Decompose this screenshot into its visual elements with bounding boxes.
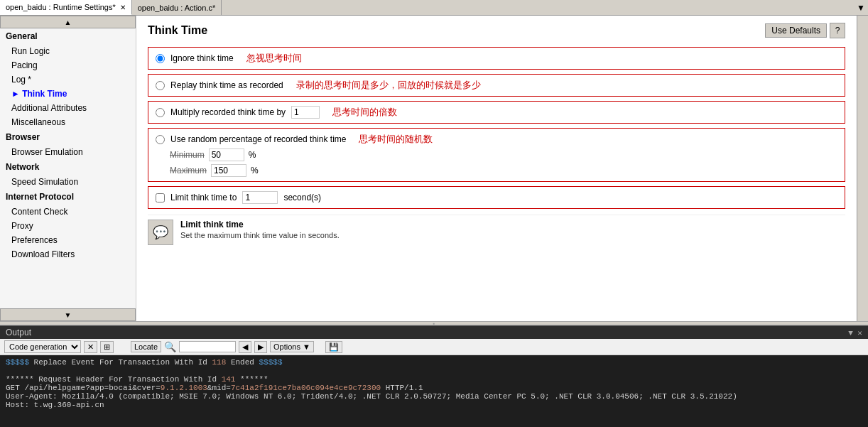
sidebar: ▲ General Run Logic Pacing Log * ► Think… (0, 16, 136, 321)
sidebar-item-speed-simulation[interactable]: Speed Simulation (0, 175, 136, 189)
search-icon: 🔍 (164, 341, 176, 353)
sidebar-item-think-time[interactable]: ► Think Time (0, 87, 136, 101)
tab-label-action: open_baidu : Action.c* (138, 4, 215, 12)
chinese-ignore: 忽视思考时间 (246, 52, 302, 65)
option-box-random: Use random percentage of recorded think … (148, 128, 845, 182)
help-button[interactable]: ? (830, 23, 845, 38)
option-row-replay: Replay think time as recorded 录制的思考时间是多少… (156, 79, 837, 92)
label-replay[interactable]: Replay think time as recorded (170, 80, 283, 90)
random-min-row: Minimum % (156, 148, 837, 161)
sidebar-section-browser[interactable]: Browser (0, 129, 136, 145)
sidebar-item-log[interactable]: Log * (0, 72, 136, 87)
radio-random[interactable] (156, 135, 165, 144)
use-defaults-button[interactable]: Use Defaults (765, 23, 827, 38)
multiply-input[interactable] (291, 106, 320, 119)
code-generation-dropdown[interactable]: Code generation (4, 340, 81, 353)
max-label: Maximum (170, 166, 207, 175)
random-max-row: Maximum % (156, 164, 837, 177)
limit-label[interactable]: Limit think time to (170, 193, 237, 202)
right-scrollbar[interactable] (857, 16, 868, 321)
header-buttons: Use Defaults ? (765, 23, 845, 38)
option-row-multiply: Multiply recorded think time by 思考时间的倍数 (156, 106, 837, 119)
max-unit: % (251, 166, 259, 175)
sidebar-item-browser-emulation[interactable]: Browser Emulation (0, 145, 136, 159)
search-input[interactable] (179, 341, 236, 352)
sidebar-scroll-down[interactable]: ▼ (0, 308, 136, 321)
chinese-replay: 录制的思考时间是多少，回放的时候就是多少 (296, 79, 481, 92)
option-box-limit: Limit think time to second(s) (148, 186, 845, 209)
sidebar-item-download-filters[interactable]: Download Filters (0, 247, 136, 261)
limit-checkbox[interactable] (156, 193, 165, 202)
radio-replay[interactable] (156, 81, 165, 90)
radio-ignore[interactable] (156, 54, 165, 63)
output-title: Output (6, 328, 31, 337)
toolbar-x-btn[interactable]: ✕ (84, 341, 97, 353)
chinese-multiply: 思考时间的倍数 (332, 106, 397, 119)
min-unit: % (249, 150, 256, 160)
locate-button[interactable]: Locate (131, 341, 161, 352)
option-row-ignore: Ignore think time 忽视思考时间 (156, 52, 837, 65)
output-toolbar: Code generation ✕ ⊞ Locate 🔍 ◀ ▶ Options… (0, 339, 868, 355)
page-title: Think Time (148, 24, 207, 37)
sidebar-item-proxy[interactable]: Proxy (0, 219, 136, 233)
hint-description: Set the maximum think time value in seco… (180, 231, 340, 239)
output-header: Output ▼ ✕ (0, 325, 868, 339)
sidebar-item-run-logic[interactable]: Run Logic (0, 44, 136, 58)
minimum-input[interactable] (209, 148, 244, 161)
output-line-3: ****** Request Header For Transaction Wi… (6, 375, 862, 384)
output-content: $$$$$ Replace Event For Transaction With… (0, 355, 868, 427)
toolbar-back-btn[interactable]: ◀ (239, 341, 251, 353)
toolbar-save-btn[interactable]: 💾 (325, 341, 342, 353)
chinese-random: 思考时间的随机数 (359, 133, 433, 146)
output-controls: ▼ ✕ (848, 328, 862, 337)
output-line-2 (6, 367, 862, 375)
limit-input[interactable] (242, 191, 278, 204)
maximum-input[interactable] (211, 164, 246, 177)
label-multiply[interactable]: Multiply recorded think time by (170, 107, 286, 117)
sidebar-item-preferences[interactable]: Preferences (0, 233, 136, 247)
limit-unit: second(s) (283, 193, 321, 202)
tab-label-runtime: open_baidu : Runtime Settings* (6, 3, 116, 11)
options-button[interactable]: Options ▼ (270, 341, 314, 352)
sidebar-scroll-up[interactable]: ▲ (0, 16, 136, 28)
tab-bar: open_baidu : Runtime Settings* ✕ open_ba… (0, 0, 868, 16)
sidebar-item-additional-attributes[interactable]: Additional Attributes (0, 101, 136, 115)
sidebar-item-content-check[interactable]: Content Check (0, 205, 136, 219)
sidebar-section-general[interactable]: General (0, 28, 136, 44)
label-ignore[interactable]: Ignore think time (170, 53, 234, 63)
tab-scroll-btn[interactable]: ▼ (854, 0, 868, 15)
option-box-ignore: Ignore think time 忽视思考时间 (148, 47, 845, 70)
label-random[interactable]: Use random percentage of recorded think … (170, 134, 346, 144)
sidebar-item-pacing[interactable]: Pacing (0, 58, 136, 72)
output-line-1: $$$$$ Replace Event For Transaction With… (6, 358, 862, 367)
sidebar-item-miscellaneous[interactable]: Miscellaneous (0, 115, 136, 129)
output-panel: Output ▼ ✕ Code generation ✕ ⊞ Locate 🔍 … (0, 325, 868, 427)
option-row-limit: Limit think time to second(s) (156, 191, 837, 204)
output-line-6: Host: t.wg.360-api.cn (6, 401, 862, 409)
toolbar-grid-btn[interactable]: ⊞ (100, 341, 114, 353)
hint-icon: 💬 (148, 220, 173, 245)
tab-action[interactable]: open_baidu : Action.c* (132, 0, 222, 15)
option-row-random: Use random percentage of recorded think … (156, 133, 837, 146)
output-line-4: GET /api/helpgame?app=bocai&cver=9.1.2.1… (6, 384, 862, 392)
hint-text: Limit think time Set the maximum think t… (180, 220, 340, 239)
sidebar-section-internet-protocol[interactable]: Internet Protocol (0, 189, 136, 205)
output-line-5: User-Agent: Mozilla/4.0 (compatible; MSI… (6, 392, 862, 401)
hint-area: 💬 Limit think time Set the maximum think… (148, 215, 845, 249)
content-area: Think Time Use Defaults ? Ignore think t… (136, 16, 857, 321)
min-label: Minimum (170, 150, 205, 160)
hint-title: Limit think time (180, 220, 340, 229)
tab-close-runtime[interactable]: ✕ (120, 4, 126, 11)
content-header: Think Time Use Defaults ? (148, 23, 845, 38)
sidebar-content: General Run Logic Pacing Log * ► Think T… (0, 28, 136, 308)
tab-runtime-settings[interactable]: open_baidu : Runtime Settings* ✕ (0, 0, 132, 15)
option-box-replay: Replay think time as recorded 录制的思考时间是多少… (148, 74, 845, 97)
main-area: ▲ General Run Logic Pacing Log * ► Think… (0, 16, 868, 321)
option-box-multiply: Multiply recorded think time by 思考时间的倍数 (148, 101, 845, 124)
toolbar-forward-btn[interactable]: ▶ (254, 341, 267, 353)
sidebar-section-network[interactable]: Network (0, 159, 136, 175)
radio-multiply[interactable] (156, 108, 165, 117)
